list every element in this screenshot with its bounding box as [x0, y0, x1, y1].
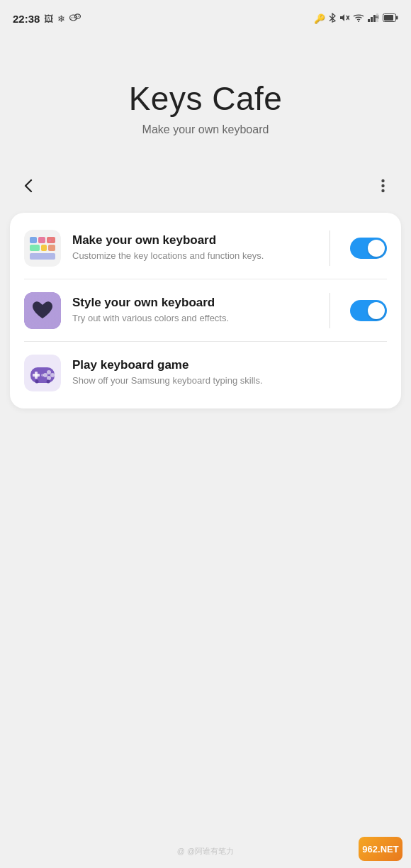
svg-rect-21 [30, 237, 37, 243]
make-keyboard-item[interactable]: ♥ Make your own keyboard Customize the k… [10, 217, 401, 279]
svg-rect-10 [371, 17, 373, 22]
wifi-icon [353, 13, 364, 24]
badge-text: 962.NET [362, 844, 398, 855]
style-keyboard-item[interactable]: Style your own keyboard Try out with var… [10, 279, 401, 342]
svg-point-5 [79, 16, 80, 17]
status-left: 22:38 🖼 ❄ [13, 13, 81, 25]
svg-rect-22 [38, 237, 45, 243]
style-keyboard-toggle-group [320, 293, 387, 328]
make-keyboard-content: Make your own keyboard Customize the key… [72, 233, 320, 262]
status-right: 🔑 [314, 13, 398, 25]
svg-rect-15 [396, 16, 398, 19]
divider-1 [330, 230, 330, 266]
svg-point-39 [41, 374, 44, 377]
svg-point-35 [47, 370, 51, 374]
mute-icon [339, 13, 349, 25]
app-title: Keys Cafe [129, 79, 283, 118]
photo-icon: 🖼 [44, 13, 53, 24]
style-icon [24, 292, 61, 329]
svg-point-8 [358, 21, 359, 22]
features-card: ♥ Make your own keyboard Customize the k… [10, 213, 401, 408]
status-bar: 22:38 🖼 ❄ 🔑 [0, 0, 411, 37]
hero-section: Keys Cafe Make your own keyboard [0, 37, 411, 165]
divider-2 [330, 293, 330, 328]
watermark: @ @阿谁有笔力 [177, 846, 234, 857]
app-subtitle: Make your own keyboard [142, 123, 269, 136]
style-keyboard-toggle[interactable] [350, 300, 387, 321]
nav-bar [0, 165, 411, 207]
make-keyboard-desc: Customize the key locations and function… [72, 250, 320, 262]
signal-icon: 4G [368, 13, 379, 24]
snowflake-icon: ❄ [57, 13, 65, 24]
svg-point-3 [74, 17, 75, 18]
play-game-item[interactable]: Play keyboard game Show off your Samsung… [10, 342, 401, 404]
play-game-title: Play keyboard game [72, 358, 387, 372]
style-keyboard-title: Style your own keyboard [72, 296, 320, 310]
style-keyboard-content: Style your own keyboard Try out with var… [72, 296, 320, 325]
make-keyboard-toggle-group [320, 230, 387, 266]
battery-icon [383, 13, 398, 24]
svg-point-1 [75, 13, 81, 18]
play-game-desc: Show off your Samsung keyboard typing sk… [72, 374, 387, 387]
svg-point-41 [47, 380, 50, 384]
svg-rect-9 [368, 19, 370, 22]
key-icon: 🔑 [314, 13, 325, 24]
svg-rect-34 [33, 374, 40, 377]
game-icon [24, 355, 61, 391]
play-game-content: Play keyboard game Show off your Samsung… [72, 358, 387, 387]
keyboard-icon: ♥ [24, 230, 61, 267]
svg-point-19 [381, 189, 384, 192]
wechat-icon [69, 13, 81, 25]
style-keyboard-desc: Try out with various colors and effects. [72, 312, 320, 325]
svg-rect-27 [30, 253, 55, 260]
svg-text:♥: ♥ [48, 238, 52, 244]
svg-point-37 [47, 376, 51, 380]
svg-text:4G: 4G [376, 15, 379, 19]
svg-point-40 [35, 380, 39, 384]
svg-rect-25 [41, 245, 47, 251]
svg-rect-26 [48, 245, 55, 251]
watermark-text: @ @阿谁有笔力 [177, 846, 234, 857]
more-dots-icon [381, 178, 385, 194]
svg-point-36 [50, 373, 55, 377]
svg-point-2 [72, 17, 73, 18]
back-arrow-icon [21, 178, 36, 194]
more-options-button[interactable] [368, 172, 397, 200]
brand-badge: 962.NET [359, 837, 402, 861]
make-keyboard-toggle[interactable] [350, 238, 387, 259]
svg-rect-24 [30, 245, 40, 251]
svg-rect-16 [384, 15, 393, 21]
make-keyboard-title: Make your own keyboard [72, 233, 320, 247]
back-button[interactable] [14, 172, 43, 200]
status-time: 22:38 [13, 13, 40, 25]
svg-point-18 [381, 184, 384, 187]
svg-point-17 [381, 179, 384, 182]
svg-point-4 [77, 16, 78, 17]
bluetooth-icon [329, 13, 336, 25]
